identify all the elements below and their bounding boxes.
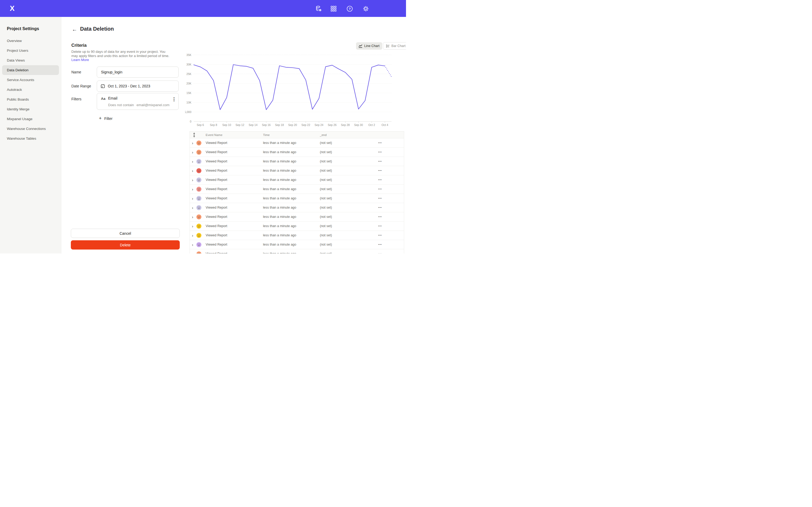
row-menu-dots-icon[interactable]: ••• (375, 166, 386, 175)
row-menu-dots-icon[interactable]: ••• (375, 138, 386, 147)
column-sort-icon[interactable] (192, 132, 196, 138)
filter-value[interactable]: email@mixpanel.com (137, 103, 169, 107)
row-expand-chevron-icon[interactable]: › (192, 249, 193, 253)
row-expand-chevron-icon[interactable]: › (192, 194, 193, 203)
row-menu-dots-icon[interactable]: ••• (375, 203, 386, 212)
sidebar-item-identity-merge[interactable]: Identity Merge (2, 104, 59, 114)
svg-text:30K: 30K (186, 63, 191, 66)
sidebar-item-data-deletion[interactable]: Data Deletion (2, 65, 59, 75)
cell-event-name: Viewed Report (206, 249, 227, 253)
sidebar-item-data-views[interactable]: Data Views (2, 55, 59, 65)
events-line-chart[interactable]: 05,00010K15K20K25K30K35KSep 6Sep 8Sep 10… (185, 52, 401, 129)
avatar (196, 242, 201, 247)
row-expand-chevron-icon[interactable]: › (192, 184, 193, 193)
row-menu-dots-icon[interactable]: ••• (375, 240, 386, 249)
back-arrow-icon[interactable]: ← (71, 26, 78, 33)
row-expand-chevron-icon[interactable]: › (192, 240, 193, 249)
sidebar-item-project-users[interactable]: Project Users (2, 46, 59, 55)
sidebar-item-autotrack[interactable]: Autotrack (2, 85, 59, 95)
name-input[interactable]: Signup_login (97, 66, 179, 78)
cancel-button[interactable]: Cancel (71, 229, 180, 238)
sidebar-nav: OverviewProject UsersData ViewsData Dele… (0, 36, 61, 144)
calendar-icon (100, 84, 105, 89)
app-window: X ? (0, 0, 406, 253)
table-row[interactable]: › Viewed Report less than a minute ago (… (190, 194, 404, 203)
header-time[interactable]: Time (263, 131, 270, 138)
row-menu-dots-icon[interactable]: ••• (375, 175, 386, 184)
row-menu-dots-icon[interactable]: ••• (375, 194, 386, 203)
table-row[interactable]: › Viewed Report less than a minute ago (… (190, 184, 404, 194)
svg-text:20K: 20K (186, 82, 191, 85)
table-row[interactable]: › Viewed Report less than a minute ago (… (190, 212, 404, 222)
sidebar-item-warehouse-tables[interactable]: Warehouse Tables (2, 133, 59, 144)
row-expand-chevron-icon[interactable]: › (192, 212, 193, 221)
sidebar-item-overview[interactable]: Overview (2, 36, 59, 46)
sidebar-item-warehouse-connections[interactable]: Warehouse Connections (2, 124, 59, 133)
date-range-input[interactable]: Oct 1, 2023 - Dec 1, 2023 (97, 80, 179, 92)
row-menu-dots-icon[interactable]: ••• (375, 249, 386, 253)
avatar (196, 150, 201, 155)
filter-menu-kebab-icon[interactable]: ••• (173, 97, 175, 102)
table-row[interactable]: › Viewed Report less than a minute ago (… (190, 157, 404, 166)
sidebar-item-public-boards[interactable]: Public Boards (2, 95, 59, 104)
cell-time: less than a minute ago (263, 240, 296, 249)
row-expand-chevron-icon[interactable]: › (192, 157, 193, 166)
table-row[interactable]: › Viewed Report less than a minute ago (… (190, 203, 404, 212)
add-filter-button[interactable]: + Filter (99, 115, 113, 122)
table-row[interactable]: › Viewed Report less than a minute ago (… (190, 148, 404, 157)
header-event-name[interactable]: Event Name (206, 131, 222, 138)
delete-button[interactable]: Delete (71, 240, 180, 249)
row-menu-dots-icon[interactable]: ••• (375, 184, 386, 193)
bar-chart-label: Bar Chart (392, 44, 406, 48)
filter-operator[interactable]: Does not contain (108, 103, 134, 107)
table-row[interactable]: › Viewed Report less than a minute ago (… (190, 138, 404, 148)
row-menu-dots-icon[interactable]: ••• (375, 157, 386, 166)
table-row[interactable]: › Viewed Report less than a minute ago (… (190, 249, 404, 253)
row-expand-chevron-icon[interactable]: › (192, 138, 193, 147)
row-menu-dots-icon[interactable]: ••• (375, 212, 386, 221)
svg-text:Sep 8: Sep 8 (210, 123, 217, 126)
table-row[interactable]: › Viewed Report less than a minute ago (… (190, 240, 404, 249)
filter-type-badge: Aa (101, 97, 105, 101)
cell-end: (not set) (320, 222, 332, 230)
row-menu-dots-icon[interactable]: ••• (375, 148, 386, 157)
help-icon[interactable]: ? (346, 5, 353, 12)
row-expand-chevron-icon[interactable]: › (192, 148, 193, 157)
cell-event-name: Viewed Report (206, 194, 227, 203)
row-expand-chevron-icon[interactable]: › (192, 203, 193, 212)
header-end[interactable]: _end (320, 131, 327, 138)
row-menu-dots-icon[interactable]: ••• (375, 222, 386, 230)
row-expand-chevron-icon[interactable]: › (192, 222, 193, 230)
cell-end: (not set) (320, 240, 332, 249)
filter-card[interactable]: Aa Email ••• Does not contain email@mixp… (97, 93, 179, 110)
mixpanel-logo-icon[interactable]: X (7, 4, 17, 13)
data-management-icon[interactable] (315, 5, 322, 12)
cell-time: less than a minute ago (263, 212, 296, 221)
bar-chart-toggle-button[interactable]: Bar Chart (383, 42, 406, 50)
table-row[interactable]: › Viewed Report less than a minute ago (… (190, 222, 404, 231)
sidebar-item-service-accounts[interactable]: Service Accounts (2, 75, 59, 85)
cell-time: less than a minute ago (263, 249, 296, 253)
plus-icon: + (99, 116, 102, 121)
cell-end: (not set) (320, 148, 332, 157)
row-expand-chevron-icon[interactable]: › (192, 175, 193, 184)
table-row[interactable]: › Viewed Report less than a minute ago (… (190, 166, 404, 175)
svg-text:Sep 10: Sep 10 (222, 123, 231, 126)
svg-text:Sep 20: Sep 20 (288, 123, 297, 126)
svg-text:Sep 30: Sep 30 (354, 123, 363, 126)
table-row[interactable]: › Viewed Report less than a minute ago (… (190, 175, 404, 184)
table-row[interactable]: › Viewed Report less than a minute ago (… (190, 231, 404, 240)
line-chart-toggle-button[interactable]: Line Chart (356, 42, 382, 50)
learn-more-link[interactable]: Learn More (71, 58, 89, 62)
row-menu-dots-icon[interactable]: ••• (375, 231, 386, 240)
settings-gear-icon[interactable] (362, 5, 369, 12)
criteria-description-text: Delete up to 90 days of data for any eve… (71, 50, 169, 58)
cell-end: (not set) (320, 175, 332, 184)
row-expand-chevron-icon[interactable]: › (192, 166, 193, 175)
cell-end: (not set) (320, 138, 332, 147)
sidebar-item-mixpanel-usage[interactable]: Mixpanel Usage (2, 114, 59, 124)
apps-grid-icon[interactable] (330, 5, 337, 12)
cell-end: (not set) (320, 249, 332, 253)
row-expand-chevron-icon[interactable]: › (192, 231, 193, 240)
avatar (196, 205, 201, 210)
